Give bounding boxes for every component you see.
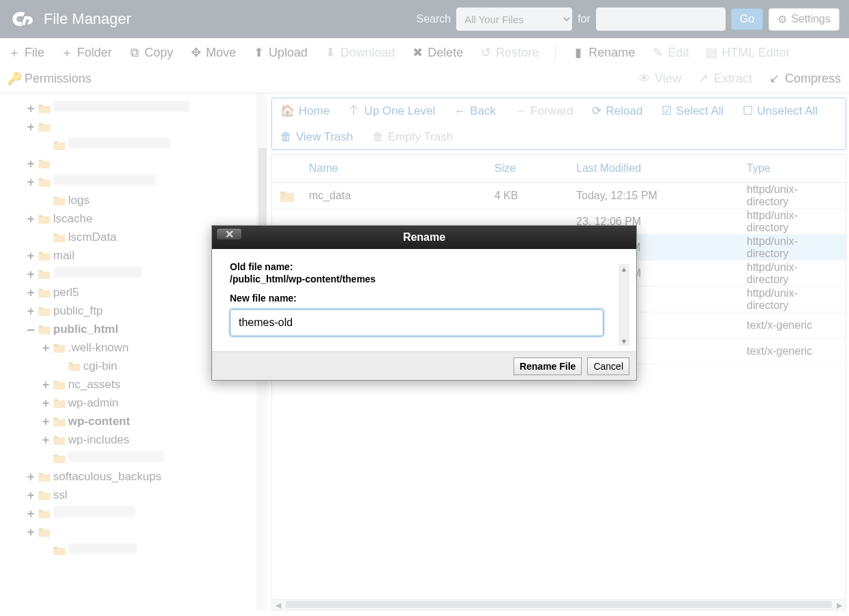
html-editor-button[interactable]: ▤HTML Editor bbox=[705, 44, 790, 61]
scroll-down-icon[interactable]: ▼ bbox=[619, 336, 629, 346]
tree-toggle[interactable]: + bbox=[26, 507, 35, 520]
tree-toggle[interactable]: + bbox=[41, 378, 50, 392]
copy-button[interactable]: ⧉Copy bbox=[128, 44, 173, 61]
empty-trash-action[interactable]: 🗑Empty Trash bbox=[372, 130, 453, 144]
tree-toggle[interactable]: + bbox=[26, 267, 35, 281]
tree-row[interactable]: + bbox=[26, 154, 265, 173]
select-all-action[interactable]: ☑Select All bbox=[661, 104, 724, 118]
tree-toggle[interactable]: + bbox=[26, 157, 35, 171]
rename-button[interactable]: ▮Rename bbox=[572, 44, 635, 61]
table-row[interactable]: mc_data 4 KB Today, 12:15 PM httpd/unix-… bbox=[272, 183, 846, 209]
col-name[interactable]: Name bbox=[302, 162, 488, 175]
file-button[interactable]: ＋File bbox=[8, 44, 44, 61]
tree-toggle[interactable]: + bbox=[26, 304, 35, 318]
tree-toggle[interactable]: + bbox=[41, 341, 50, 355]
tree-label[interactable]: cgi-bin bbox=[83, 360, 117, 373]
tree-label[interactable] bbox=[68, 138, 170, 152]
tree-row[interactable]: +ssl bbox=[26, 486, 265, 504]
tree-label[interactable]: wp-content bbox=[68, 415, 130, 428]
tree-row[interactable]: + bbox=[26, 504, 265, 523]
horizontal-scrollbar[interactable]: ◀ ▶ bbox=[272, 599, 846, 610]
tree-toggle[interactable]: + bbox=[26, 249, 35, 263]
dialog-scrollbar[interactable]: ▲ ▼ bbox=[619, 264, 629, 346]
tree-row[interactable]: + bbox=[26, 173, 265, 191]
back-action[interactable]: ←Back bbox=[454, 104, 496, 118]
tree-row[interactable] bbox=[26, 541, 265, 559]
permissions-button[interactable]: 🔑Permissions bbox=[8, 71, 91, 86]
tree-toggle[interactable]: + bbox=[26, 470, 35, 484]
folder-button[interactable]: ＋Folder bbox=[61, 44, 112, 61]
tree-label[interactable]: logs bbox=[68, 194, 89, 207]
tree-label[interactable]: public_ftp bbox=[53, 304, 103, 318]
col-modified[interactable]: Last Modified bbox=[569, 162, 740, 175]
download-button[interactable]: ⬇Download bbox=[324, 44, 395, 61]
col-size[interactable]: Size bbox=[488, 162, 569, 175]
tree-label[interactable]: public_html bbox=[53, 323, 118, 336]
tree-row[interactable] bbox=[26, 449, 265, 467]
tree-label[interactable] bbox=[53, 175, 155, 189]
tree-row[interactable]: +wp-content bbox=[26, 412, 265, 430]
tree-row[interactable]: + bbox=[26, 523, 265, 541]
tree-toggle[interactable]: + bbox=[26, 286, 35, 299]
edit-button[interactable]: ✎Edit bbox=[651, 44, 689, 61]
tree-row[interactable]: +wp-includes bbox=[26, 430, 265, 449]
tree-row[interactable] bbox=[26, 136, 265, 154]
tree-label[interactable]: ssl bbox=[53, 488, 68, 502]
main-toolbar: ＋File ＋Folder ⧉Copy ✥Move ⬆Upload ⬇Downl… bbox=[0, 38, 849, 93]
tree-label[interactable]: softaculous_backups bbox=[53, 470, 162, 484]
col-type[interactable]: Type bbox=[740, 162, 846, 175]
tree-toggle[interactable]: + bbox=[26, 102, 35, 115]
tree-label[interactable]: wp-admin bbox=[68, 396, 119, 410]
tree-toggle[interactable]: – bbox=[26, 323, 35, 336]
compress-button[interactable]: ↙Compress bbox=[769, 71, 841, 86]
view-trash-action[interactable]: 🗑View Trash bbox=[280, 130, 353, 144]
tree-toggle[interactable]: + bbox=[26, 488, 35, 502]
tree-toggle[interactable]: + bbox=[26, 212, 35, 226]
tree-label[interactable]: nc_assets bbox=[68, 378, 121, 392]
tree-label[interactable] bbox=[68, 543, 136, 557]
cancel-button[interactable]: Cancel bbox=[587, 357, 629, 375]
tree-row[interactable]: +softaculous_backups bbox=[26, 467, 265, 486]
tree-label[interactable] bbox=[68, 451, 164, 465]
tree-label[interactable]: mail bbox=[53, 249, 74, 263]
settings-button[interactable]: ⚙ Settings bbox=[769, 8, 839, 31]
restore-button[interactable]: ↺Restore bbox=[479, 44, 539, 61]
tree-label[interactable]: wp-includes bbox=[68, 433, 130, 447]
tree-label[interactable]: lscmData bbox=[68, 231, 117, 244]
go-button[interactable]: Go bbox=[731, 8, 763, 30]
tree-toggle[interactable]: + bbox=[41, 396, 50, 410]
tree-row[interactable]: + bbox=[26, 117, 265, 136]
tree-label[interactable]: .well-known bbox=[68, 341, 129, 355]
reload-action[interactable]: ⟳Reload bbox=[592, 104, 642, 118]
scroll-right-icon[interactable]: ▶ bbox=[833, 600, 846, 611]
move-button[interactable]: ✥Move bbox=[190, 44, 236, 61]
rename-file-button[interactable]: Rename File bbox=[513, 357, 582, 375]
tree-toggle[interactable]: + bbox=[26, 175, 35, 189]
tree-toggle[interactable]: + bbox=[41, 433, 50, 447]
tree-row[interactable]: +wp-admin bbox=[26, 394, 265, 412]
tree-toggle[interactable]: + bbox=[26, 525, 35, 539]
unselect-all-action[interactable]: ☐Unselect All bbox=[743, 104, 818, 118]
scroll-up-icon[interactable]: ▲ bbox=[619, 264, 629, 274]
tree-row[interactable]: + bbox=[26, 99, 265, 117]
tree-toggle[interactable]: + bbox=[26, 120, 35, 134]
upload-button[interactable]: ⬆Upload bbox=[252, 44, 308, 61]
tree-row[interactable]: logs bbox=[26, 191, 265, 209]
search-input[interactable] bbox=[596, 8, 726, 31]
tree-label[interactable]: lscache bbox=[53, 212, 93, 226]
tree-label[interactable] bbox=[53, 101, 190, 115]
new-filename-input[interactable] bbox=[230, 309, 604, 336]
view-button[interactable]: 👁View bbox=[638, 71, 681, 86]
close-button[interactable]: ✕ bbox=[216, 228, 242, 240]
up-action[interactable]: 🡡Up One Level bbox=[348, 104, 435, 118]
extract-button[interactable]: ↗Extract bbox=[698, 71, 752, 86]
search-scope-select[interactable]: All Your Files bbox=[456, 8, 572, 31]
tree-label[interactable]: perl5 bbox=[53, 286, 79, 299]
home-action[interactable]: 🏠Home bbox=[280, 104, 329, 118]
tree-label[interactable] bbox=[53, 267, 142, 281]
forward-action[interactable]: →Forward bbox=[515, 104, 573, 118]
scroll-left-icon[interactable]: ◀ bbox=[272, 600, 284, 611]
tree-toggle[interactable]: + bbox=[41, 415, 50, 428]
delete-button[interactable]: ✖Delete bbox=[411, 44, 463, 61]
tree-label[interactable] bbox=[53, 506, 135, 520]
